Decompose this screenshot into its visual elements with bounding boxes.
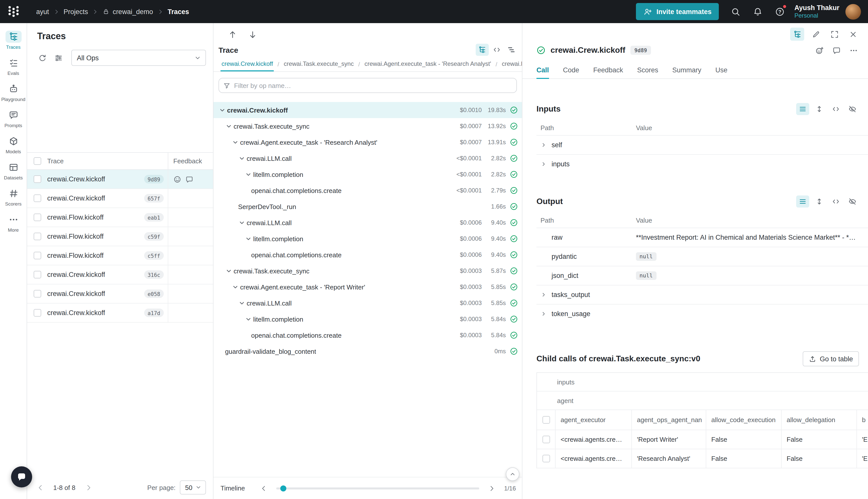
chevron-down-icon[interactable] — [232, 283, 239, 291]
wandb-logo-icon[interactable] — [7, 5, 20, 18]
add-reaction-button[interactable] — [813, 44, 826, 57]
trace-tree-row[interactable]: crewai.Task.execute_sync$0.000713.92s — [213, 118, 522, 134]
feedback-emoji-icon[interactable] — [173, 175, 181, 183]
row-checkbox[interactable] — [34, 175, 41, 183]
chevron-right-icon[interactable] — [541, 161, 547, 167]
notifications-button[interactable] — [749, 3, 766, 20]
sidebar-item-playground[interactable]: Playground — [0, 80, 27, 106]
row-checkbox[interactable] — [34, 252, 41, 259]
trace-tree-row[interactable]: openai.chat.completions.create$0.00035.8… — [213, 327, 522, 343]
trace-tree-row[interactable]: crewai.LLM.call$0.00069.40s — [213, 215, 522, 231]
prev-page-button[interactable] — [34, 482, 46, 494]
chevron-down-icon[interactable] — [225, 122, 233, 130]
chevron-down-icon[interactable] — [245, 235, 252, 242]
trace-tree-row[interactable]: crewai.Task.execute_sync$0.00035.87s — [213, 263, 522, 279]
timeline-slider-thumb[interactable] — [280, 485, 286, 491]
table-row[interactable]: crewai.Crew.kickoff9d89 — [27, 170, 213, 189]
row-checkbox[interactable] — [34, 214, 41, 221]
ops-filter-select[interactable]: All Ops — [71, 50, 206, 66]
kv-row[interactable]: tasks_output — [536, 285, 868, 304]
previous-trace-button[interactable] — [225, 28, 239, 42]
timeline-next-button[interactable] — [486, 483, 497, 494]
kv-row[interactable]: token_usage — [536, 304, 868, 323]
chevron-down-icon[interactable] — [245, 315, 252, 323]
invite-teammates-button[interactable]: Invite teammates — [636, 3, 719, 20]
chevron-down-icon[interactable] — [232, 138, 239, 146]
tab-call[interactable]: Call — [536, 62, 549, 79]
comment-button[interactable] — [830, 44, 843, 57]
breadcrumb-item-traces[interactable]: Traces — [164, 6, 192, 17]
table-row[interactable]: crewai.Crew.kickoff316c — [27, 265, 213, 284]
fullscreen-button[interactable] — [827, 28, 841, 41]
kv-row[interactable]: pydanticnull — [536, 247, 868, 266]
go-to-table-button[interactable]: Go to table — [803, 351, 859, 366]
chevron-right-icon[interactable] — [541, 291, 547, 298]
code-view-button[interactable] — [829, 195, 842, 208]
trace-crumb-tab[interactable]: crewai.LLM.cal — [501, 57, 522, 71]
search-button[interactable] — [727, 3, 744, 20]
table-row[interactable]: <crewai.agents.cre…'Report Writer'FalseF… — [537, 430, 868, 449]
per-page-select[interactable]: 50 — [179, 480, 206, 495]
next-page-button[interactable] — [82, 482, 95, 494]
tab-feedback[interactable]: Feedback — [593, 62, 623, 79]
chevron-down-icon[interactable] — [238, 219, 246, 227]
chevron-down-icon[interactable] — [238, 299, 246, 307]
table-row[interactable]: crewai.Crew.kickoffe058 — [27, 284, 213, 304]
chevron-down-icon[interactable] — [245, 171, 252, 178]
edit-button[interactable] — [809, 28, 823, 41]
row-checkbox[interactable] — [34, 290, 41, 297]
trace-tree-row[interactable]: litellm.completion$0.00069.40s — [213, 231, 522, 247]
trace-tree-row[interactable]: guardrail-validate_blog_content0ms — [213, 343, 522, 359]
tab-use[interactable]: Use — [715, 62, 727, 79]
table-row[interactable]: crewai.Flow.kickoffeab1 — [27, 208, 213, 227]
refresh-button[interactable] — [35, 51, 49, 65]
user-menu[interactable]: Ayush Thakur Personal — [794, 4, 839, 19]
trace-tree-row[interactable]: openai.chat.completions.create<$0.00012.… — [213, 182, 522, 198]
detail-tree-toggle[interactable] — [790, 28, 804, 41]
row-checkbox[interactable] — [542, 436, 550, 443]
trace-tree-row[interactable]: crewai.LLM.call$0.00035.85s — [213, 295, 522, 311]
select-all-checkbox[interactable] — [34, 157, 41, 165]
op-filter-input[interactable] — [219, 78, 516, 93]
row-checkbox[interactable] — [34, 271, 41, 278]
code-view-button[interactable] — [829, 103, 842, 115]
trace-tree-row[interactable]: crewai.Crew.kickoff$0.001019.83s — [213, 102, 522, 118]
list-view-button[interactable] — [796, 195, 809, 208]
row-checkbox[interactable] — [542, 455, 550, 462]
tab-code[interactable]: Code — [563, 62, 580, 79]
trace-crumb-tab[interactable]: crewai.Agent.execute_task - 'Research An… — [363, 57, 492, 71]
trace-tree-row[interactable]: crewai.Agent.execute_task - 'Report Writ… — [213, 279, 522, 295]
next-trace-button[interactable] — [246, 28, 260, 42]
feedback-comment-icon[interactable] — [185, 175, 194, 183]
table-row[interactable]: crewai.Crew.kickoff657f — [27, 189, 213, 208]
list-view-button[interactable] — [796, 103, 809, 115]
trace-tree-row[interactable]: SerperDevTool._run1.66s — [213, 198, 522, 215]
row-checkbox[interactable] — [34, 309, 41, 317]
timeline-slider[interactable] — [276, 487, 479, 489]
call-id-badge[interactable]: 9d89 — [630, 46, 651, 55]
sidebar-item-traces[interactable]: Traces — [0, 27, 27, 53]
table-row[interactable]: <crewai.agents.cre…'Research Analyst'Fal… — [537, 449, 868, 468]
flame-view-toggle[interactable] — [505, 44, 518, 56]
hide-values-button[interactable] — [846, 195, 859, 208]
tab-summary[interactable]: Summary — [672, 62, 702, 79]
chevron-down-icon[interactable] — [225, 267, 233, 275]
trace-tree-row[interactable]: litellm.completion$0.00035.84s — [213, 311, 522, 327]
sidebar-item-evals[interactable]: Evals — [0, 53, 27, 80]
sidebar-item-datasets[interactable]: Datasets — [0, 158, 27, 184]
chevron-right-icon[interactable] — [541, 142, 547, 148]
scroll-to-top-button[interactable] — [506, 467, 519, 481]
breadcrumb-item-ayut[interactable]: ayut — [33, 6, 52, 17]
chevron-down-icon[interactable] — [238, 155, 246, 162]
timeline-prev-button[interactable] — [258, 483, 269, 494]
close-panel-button[interactable] — [846, 28, 860, 41]
sidebar-item-prompts[interactable]: Prompts — [0, 106, 27, 132]
kv-row[interactable]: self — [536, 135, 868, 154]
filter-settings-button[interactable] — [51, 51, 65, 65]
help-button[interactable]: ? — [771, 3, 789, 20]
trace-tree-row[interactable]: crewai.Agent.execute_task - 'Research An… — [213, 134, 522, 150]
row-checkbox[interactable] — [34, 194, 41, 202]
kv-row[interactable]: inputs — [536, 154, 868, 173]
trace-tree-row[interactable]: crewai.LLM.call<$0.00012.82s — [213, 150, 522, 166]
breadcrumb-item-crewai_demo[interactable]: crewai_demo — [100, 6, 156, 17]
